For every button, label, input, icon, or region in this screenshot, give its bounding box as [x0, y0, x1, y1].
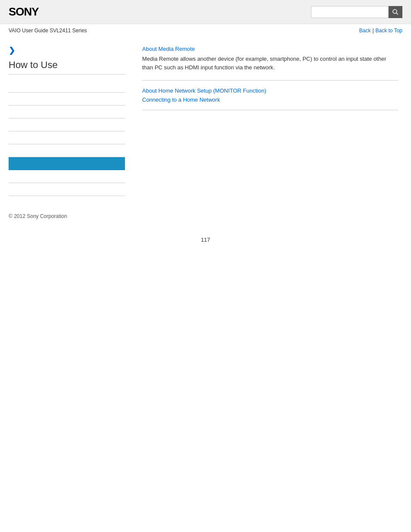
- back-link[interactable]: Back: [359, 28, 371, 34]
- about-media-remote-link[interactable]: About Media Remote: [142, 46, 398, 52]
- header: SONY: [0, 0, 411, 24]
- sidebar-item-4[interactable]: [9, 118, 125, 131]
- connecting-home-network-link[interactable]: Connecting to a Home Network: [142, 96, 398, 103]
- sidebar-item-5[interactable]: [9, 131, 125, 144]
- footer: © 2012 Sony Corporation: [0, 205, 411, 228]
- content-area: About Media Remote Media Remote allows a…: [134, 41, 411, 200]
- search-button[interactable]: [389, 6, 402, 18]
- search-input[interactable]: [311, 6, 389, 18]
- sidebar-chevron: ❯: [9, 46, 125, 55]
- sidebar-item-6[interactable]: [9, 144, 125, 157]
- sidebar-item-3[interactable]: [9, 106, 125, 118]
- sidebar-item-9[interactable]: [9, 183, 125, 196]
- copyright: © 2012 Sony Corporation: [9, 213, 67, 219]
- sidebar-item-2[interactable]: [9, 93, 125, 106]
- main-content: ❯ How to Use About Media Remote Media Re…: [0, 37, 411, 205]
- nav-separator: |: [372, 28, 374, 34]
- back-to-top-link[interactable]: Back to Top: [376, 28, 402, 34]
- secondary-links-group: About Home Network Setup (MONITOR Functi…: [142, 87, 398, 103]
- svg-point-0: [393, 9, 397, 13]
- nav-links: Back | Back to Top: [359, 28, 402, 34]
- search-icon: [392, 9, 399, 16]
- media-remote-description: Media Remote allows another device (for …: [142, 55, 398, 72]
- sony-logo: SONY: [9, 5, 39, 19]
- sidebar-item-1[interactable]: [9, 80, 125, 93]
- page-number: 117: [0, 228, 411, 252]
- search-area: [311, 6, 402, 18]
- nav-bar: VAIO User Guide SVL2411 Series Back | Ba…: [0, 24, 411, 37]
- sidebar-item-active[interactable]: [9, 157, 125, 170]
- sidebar-item-8[interactable]: [9, 170, 125, 183]
- guide-title: VAIO User Guide SVL2411 Series: [9, 28, 87, 34]
- home-network-setup-link[interactable]: About Home Network Setup (MONITOR Functi…: [142, 87, 398, 94]
- content-divider-2: [142, 110, 398, 110]
- main-section: About Media Remote Media Remote allows a…: [142, 46, 398, 72]
- content-divider-1: [142, 80, 398, 81]
- sidebar-section-title: How to Use: [9, 59, 125, 75]
- svg-line-1: [396, 13, 398, 15]
- sidebar: ❯ How to Use: [0, 41, 134, 200]
